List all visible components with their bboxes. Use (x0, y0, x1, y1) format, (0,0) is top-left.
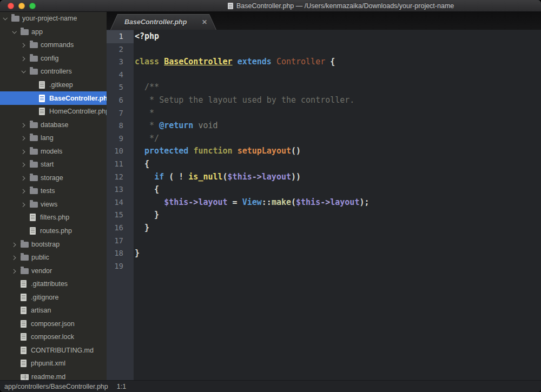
sidebar-item-homecontroller.php[interactable]: HomeController.php (0, 105, 107, 118)
file-icon (30, 214, 36, 221)
code-line-1: <?php (135, 30, 541, 43)
sidebar-item-label: artisan (31, 307, 51, 314)
sidebar-item-lang[interactable]: lang (0, 131, 107, 145)
line-number: 1 (107, 30, 134, 43)
sidebar-item-phpunit.xml[interactable]: phpunit.xml (0, 357, 107, 370)
sidebar: your-project-nameappcommandsconfigcontro… (0, 12, 107, 380)
code-line-14: $this->layout = View::make($this->layout… (135, 196, 541, 209)
sidebar-item-label: filters.php (40, 214, 69, 221)
sidebar-item-basecontroller.php[interactable]: BaseController.php (0, 91, 107, 105)
sidebar-item-vendor[interactable]: vendor (0, 264, 107, 277)
sidebar-item-tests[interactable]: tests (0, 184, 107, 198)
chevron-right-icon[interactable] (20, 188, 27, 194)
folder-icon (21, 242, 29, 248)
code-line-4 (135, 69, 541, 82)
chevron-right-icon[interactable] (20, 201, 27, 208)
document-icon (228, 3, 233, 9)
sidebar-item-.gitkeep[interactable]: .gitkeep (0, 78, 107, 92)
file-icon (21, 333, 27, 341)
line-number: 14 (107, 196, 134, 209)
folder-icon (30, 162, 38, 168)
folder-icon (21, 268, 29, 274)
sidebar-item-label: BaseController.php (49, 95, 107, 102)
folder-icon (30, 175, 38, 181)
gutter: 12345678910111213141516171819 (107, 30, 134, 380)
sidebar-item-storage[interactable]: storage (0, 171, 107, 185)
sidebar-item-.gitignore[interactable]: .gitignore (0, 290, 107, 304)
file-icon (21, 347, 27, 354)
sidebar-item-.gitattributes[interactable]: .gitattributes (0, 277, 107, 291)
close-tab-icon[interactable]: ✕ (202, 19, 207, 25)
sidebar-item-label: readme.md (31, 373, 65, 380)
sidebar-item-public[interactable]: public (0, 251, 107, 264)
sidebar-item-routes.php[interactable]: routes.php (0, 224, 107, 238)
code-line-16: } (135, 222, 541, 235)
line-number: 4 (107, 69, 134, 82)
sidebar-item-label: storage (41, 174, 63, 182)
sidebar-item-label: lang (41, 134, 54, 142)
code-line-18: } (135, 247, 541, 260)
sidebar-item-readme.md[interactable]: readme.md (0, 370, 107, 380)
code-editor[interactable]: <?phpclass BaseController extends Contro… (134, 30, 541, 380)
chevron-down-icon[interactable] (11, 29, 17, 35)
close-window-button[interactable] (8, 3, 14, 9)
sidebar-item-filters.php[interactable]: filters.php (0, 211, 107, 224)
chevron-right-icon[interactable] (20, 161, 27, 168)
chevron-right-icon[interactable] (20, 148, 27, 155)
chevron-right-icon[interactable] (20, 175, 27, 181)
code-line-9: */ (135, 132, 541, 145)
sidebar-item-contributing.md[interactable]: CONTRIBUTING.md (0, 344, 107, 357)
sidebar-item-your-project-name[interactable]: your-project-name (0, 12, 107, 25)
line-number: 2 (107, 43, 134, 56)
sidebar-item-label: HomeController.php (49, 108, 107, 115)
file-icon (21, 294, 27, 301)
sidebar-item-label: models (41, 148, 62, 155)
code-line-19 (135, 260, 541, 273)
chevron-right-icon[interactable] (11, 241, 17, 248)
folder-icon (30, 56, 38, 62)
sidebar-item-app[interactable]: app (0, 25, 107, 39)
sidebar-item-label: vendor (31, 267, 52, 275)
sidebar-item-composer.lock[interactable]: composer.lock (0, 330, 107, 344)
sidebar-item-composer.json[interactable]: composer.json (0, 317, 107, 331)
chevron-right-icon[interactable] (20, 42, 27, 48)
line-number: 5 (107, 81, 134, 94)
sidebar-item-controllers[interactable]: controllers (0, 65, 107, 78)
book-icon (21, 374, 29, 380)
file-icon (21, 280, 27, 288)
chevron-right-icon[interactable] (20, 135, 27, 141)
chevron-down-icon[interactable] (2, 15, 8, 22)
chevron-right-icon[interactable] (11, 254, 17, 261)
minimize-window-button[interactable] (18, 3, 25, 9)
line-number: 19 (107, 260, 134, 273)
code-line-6: * Setup the layout used by the controlle… (135, 94, 541, 107)
zoom-window-button[interactable] (29, 3, 36, 9)
folder-icon (30, 122, 38, 128)
sidebar-item-config[interactable]: config (0, 52, 107, 65)
tab-label: BaseController.php (124, 14, 187, 30)
sidebar-item-views[interactable]: views (0, 198, 107, 211)
sidebar-item-artisan[interactable]: artisan (0, 304, 107, 317)
line-number: 18 (107, 247, 134, 260)
sidebar-item-commands[interactable]: commands (0, 38, 107, 52)
tab-basecontroller[interactable]: BaseController.php ✕ (110, 14, 216, 30)
sidebar-item-label: phpunit.xml (31, 360, 65, 367)
folder-icon (21, 255, 29, 261)
line-number: 13 (107, 183, 134, 196)
chevron-down-icon[interactable] (20, 68, 27, 75)
sidebar-item-label: routes.php (40, 227, 72, 235)
window-title: BaseController.php — /Users/kenmazaika/D… (236, 2, 454, 10)
sidebar-item-database[interactable]: database (0, 118, 107, 131)
sidebar-item-label: .gitattributes (31, 280, 68, 288)
sidebar-item-start[interactable]: start (0, 158, 107, 171)
sidebar-item-bootstrap[interactable]: bootstrap (0, 237, 107, 251)
line-number: 16 (107, 222, 134, 235)
chevron-right-icon[interactable] (20, 122, 27, 128)
line-number: 8 (107, 119, 134, 132)
folder-icon (11, 16, 19, 22)
chevron-right-icon[interactable] (11, 268, 17, 274)
folder-icon (30, 188, 38, 194)
sidebar-item-label: commands (41, 41, 74, 49)
chevron-right-icon[interactable] (20, 55, 27, 62)
sidebar-item-models[interactable]: models (0, 144, 107, 158)
